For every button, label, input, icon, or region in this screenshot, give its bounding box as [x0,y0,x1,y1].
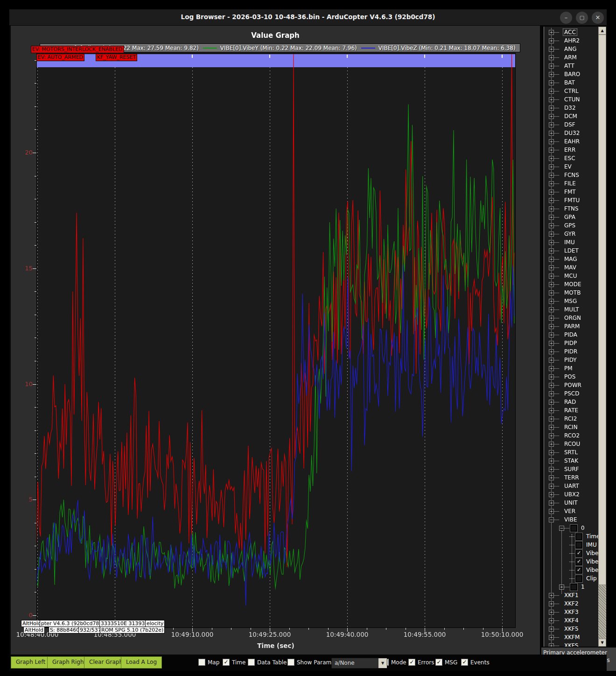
tree-label[interactable]: BARO [563,71,581,77]
tree-item-POWR[interactable]: +POWR [544,381,598,389]
tree-item-CTUN[interactable]: +CTUN [544,95,598,104]
tree-label[interactable]: PSCD [563,390,580,397]
tree-item-Clip[interactable]: Clip [544,574,598,583]
tree-label[interactable]: XKF1 [563,592,580,599]
tree-item-1[interactable]: +1 [544,583,598,591]
expand-icon[interactable]: + [549,358,554,363]
expand-icon[interactable]: + [549,114,554,119]
expand-icon[interactable]: + [549,181,554,186]
plot-canvas[interactable] [11,26,540,655]
tree-label[interactable]: TERR [563,474,580,481]
tree-item-CTRL[interactable]: +CTRL [544,87,598,95]
expand-icon[interactable]: + [549,601,554,606]
tree-item-MULT[interactable]: +MULT [544,305,598,314]
close-button[interactable]: ✕ [592,12,604,24]
tree-item-MSG[interactable]: +MSG [544,297,598,305]
tree-label[interactable]: CTUN [563,96,581,103]
checkbox-icon[interactable] [248,659,255,666]
tree-item-XKF4[interactable]: +XKF4 [544,616,598,625]
tree-label[interactable]: RATE [563,407,579,414]
expand-icon[interactable]: + [549,38,554,43]
tree-label[interactable]: UBX2 [563,491,581,498]
tree-item-FCNS[interactable]: +FCNS [544,171,598,179]
expand-icon[interactable]: + [549,307,554,312]
title-bar[interactable]: Log Browser - 2026-03-10 10-48-36.bin - … [9,9,607,25]
mode-filter-select[interactable]: a/None ▼ [331,658,387,669]
tree-checkbox-VibeX[interactable]: ✓ [575,550,582,557]
tree-label[interactable]: BAT [563,79,576,86]
tree-item-ATT[interactable]: +ATT [544,62,598,70]
expand-icon[interactable]: + [549,643,554,647]
tree-item-LDET[interactable]: +LDET [544,246,598,255]
tree-item-DU32[interactable]: +DU32 [544,129,598,137]
expand-icon[interactable]: + [549,80,554,85]
tree-item-AHR2[interactable]: +AHR2 [544,36,598,45]
expand-icon[interactable]: + [549,122,554,127]
expand-icon[interactable]: + [549,374,554,380]
tree-item-VER[interactable]: +VER [544,507,598,515]
expand-icon[interactable]: + [549,416,554,422]
tree-label[interactable]: IMU [563,239,576,246]
tree-label[interactable]: RCOU [563,441,581,447]
expand-icon[interactable]: + [549,139,554,144]
expand-icon[interactable]: + [549,366,554,371]
tree-label[interactable]: FILE [563,180,577,187]
tree-checkbox-0[interactable] [570,525,577,532]
tree-label[interactable]: 1 [580,584,586,590]
load-a-log-button[interactable]: Load A Log [121,656,162,669]
tree-item-XKF3[interactable]: +XKF3 [544,608,598,616]
expand-icon[interactable]: + [549,274,554,279]
tree-label[interactable]: POWR [563,382,582,388]
tree-item-PSCD[interactable]: +PSCD [544,389,598,398]
expand-icon[interactable]: + [549,635,554,640]
tree-item-UART[interactable]: +UART [544,482,598,490]
expand-icon[interactable]: + [549,89,554,94]
expand-icon[interactable]: + [549,627,554,632]
expand-icon[interactable]: + [549,257,554,262]
expand-icon[interactable]: + [549,198,554,203]
collapse-icon[interactable]: − [559,526,564,531]
tree-item-PIDR[interactable]: +PIDR [544,347,598,356]
tree-label[interactable]: MOTB [563,289,581,296]
tree-label[interactable]: ESC [563,155,576,162]
tree-item-VibeY[interactable]: ✓VibeY [544,557,598,566]
collapse-icon[interactable]: − [549,517,554,522]
tree-label[interactable]: MODE [563,281,582,288]
tree-item-MAG[interactable]: +MAG [544,255,598,263]
expand-icon[interactable]: + [549,72,554,77]
tree-item-FILE[interactable]: +FILE [544,179,598,188]
tree-item-MOTB[interactable]: +MOTB [544,289,598,297]
tree-item-DCM[interactable]: +DCM [544,112,598,120]
checkbox-icon[interactable]: ✓ [435,659,442,666]
tree-label[interactable]: VIBE [563,516,578,523]
tree-item-MAV[interactable]: +MAV [544,263,598,272]
tree-label[interactable]: PARM [563,323,581,330]
tree-item-VibeX[interactable]: ✓VibeX [544,549,598,557]
tree-label[interactable]: FMT [563,189,577,195]
expand-icon[interactable]: + [549,467,554,472]
tree-item-MODE[interactable]: +MODE [544,280,598,289]
checkbox-msg[interactable]: ✓MSG [435,659,457,666]
tree-item-BAT[interactable]: +BAT [544,78,598,87]
expand-icon[interactable]: + [549,492,554,497]
tree-label[interactable]: ANG [563,46,577,52]
checkbox-map[interactable]: Map [198,659,219,666]
tree-label[interactable]: ERR [563,147,576,153]
tree-item-PIDP[interactable]: +PIDP [544,339,598,347]
graph-left-button[interactable]: Graph Left [11,656,50,669]
scrollbar-thumb[interactable] [598,35,606,585]
tree-item-PM[interactable]: +PM [544,364,598,373]
expand-icon[interactable]: + [549,265,554,270]
minimize-button[interactable]: – [560,12,572,24]
expand-icon[interactable]: + [549,131,554,136]
tree-label[interactable]: MULT [563,306,580,313]
tree-item-0[interactable]: −0 [544,524,598,532]
tree-item-TERR[interactable]: +TERR [544,473,598,482]
tree-label[interactable]: POS [563,373,576,380]
tree-label[interactable]: DCM [563,113,578,120]
expand-icon[interactable]: + [549,341,554,346]
tree-label[interactable]: PIDY [563,357,578,363]
tree-label[interactable]: LDET [563,247,580,254]
tree-item-ARM[interactable]: +ARM [544,53,598,62]
checkbox-time[interactable]: ✓Time [223,659,245,666]
